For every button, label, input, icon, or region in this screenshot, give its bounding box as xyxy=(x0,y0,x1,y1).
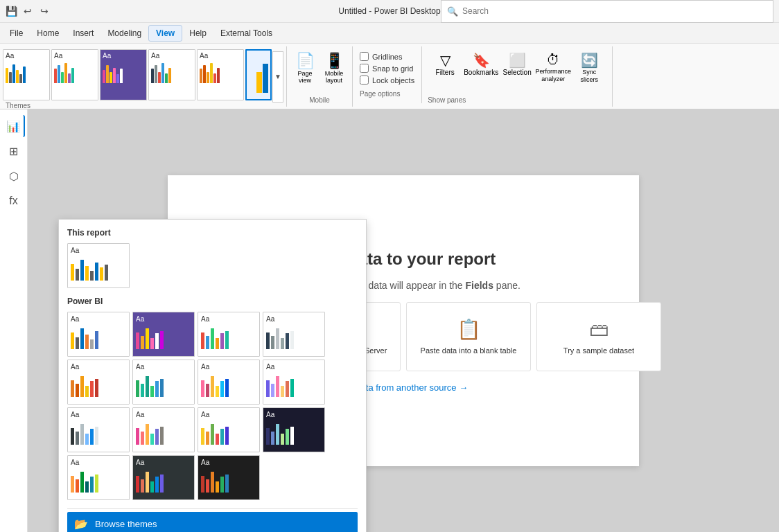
sample-icon: 🗃 xyxy=(589,318,609,341)
model-view-icon[interactable]: ⬡ xyxy=(3,165,25,187)
canvas-subtitle-bold: Fields xyxy=(465,280,493,291)
theme-dropdown: This report Aa Pow xyxy=(58,219,367,532)
sample-label: Try a sample dataset xyxy=(563,346,634,355)
theme-item-bars xyxy=(71,256,126,281)
swatch-bars-3 xyxy=(103,61,144,83)
snap-to-grid-checkbox[interactable] xyxy=(360,64,369,73)
browse-themes-action[interactable]: 📂 Browse themes xyxy=(67,512,358,532)
mobile-layout-btn[interactable]: 📱 Mobilelayout xyxy=(320,49,348,87)
page-options-label: Page options xyxy=(360,90,414,98)
swatch-label-5: Aa xyxy=(200,52,241,60)
title-bar: 💾 ↩ ↪ Untitled - Power BI Desktop 🔍 xyxy=(0,0,779,23)
theme-swatch-5[interactable]: Aa xyxy=(197,49,244,100)
mobile-label: Mobilelayout xyxy=(325,70,344,84)
swatch-bars-1 xyxy=(6,61,47,83)
gridlines-label: Gridlines xyxy=(372,53,402,61)
pbi-theme-2[interactable]: Aa xyxy=(132,312,195,357)
swatch-bars-4 xyxy=(151,61,193,83)
main-area: 📊 ⊞ ⬡ fx Add data to your report Once lo… xyxy=(0,109,779,532)
theme-swatch-3[interactable]: Aa xyxy=(100,49,147,100)
menu-help[interactable]: Help xyxy=(182,26,213,41)
pbi-theme-6[interactable]: Aa xyxy=(132,360,195,405)
blank-table-btn[interactable]: 📋 Paste data into a blank table xyxy=(406,302,531,371)
swatch-label-3: Aa xyxy=(103,52,144,60)
lock-objects-label: Lock objects xyxy=(372,76,414,85)
blank-table-label: Paste data into a blank table xyxy=(421,346,517,355)
save-icon[interactable]: 💾 xyxy=(6,6,17,17)
gridlines-row: Gridlines xyxy=(360,52,414,61)
title-bar-left: 💾 ↩ ↪ xyxy=(6,6,50,17)
gridlines-checkbox[interactable] xyxy=(360,52,369,61)
redo-icon[interactable]: ↪ xyxy=(39,6,50,17)
table-view-icon[interactable]: ⊞ xyxy=(3,140,25,162)
search-container: 🔍 xyxy=(441,0,773,23)
menu-file[interactable]: File xyxy=(3,26,30,41)
dropdown-divider-1 xyxy=(67,508,358,509)
page-view-icon: 📄 xyxy=(296,52,315,70)
left-sidebar: 📊 ⊞ ⬡ fx xyxy=(0,109,28,532)
theme-swatch-4[interactable]: Aa xyxy=(148,49,195,100)
themes-ribbon-section: Aa Aa xyxy=(0,46,287,107)
sample-dataset-btn[interactable]: 🗃 Try a sample dataset xyxy=(536,302,661,371)
swatch-label-4: Aa xyxy=(151,52,193,60)
window-title: Untitled - Power BI Desktop xyxy=(338,6,440,16)
search-input[interactable] xyxy=(462,6,767,16)
pbi-theme-8[interactable]: Aa xyxy=(263,360,325,405)
lock-objects-checkbox[interactable] xyxy=(360,76,369,85)
selection-btn[interactable]: ⬜ Selection xyxy=(500,49,534,87)
theme-chevron-btn[interactable]: ▼ xyxy=(272,51,283,103)
mobile-icon: 📱 xyxy=(325,52,344,70)
swatch-label-2: Aa xyxy=(54,52,96,60)
menu-modeling[interactable]: Modeling xyxy=(100,26,148,41)
snap-to-grid-row: Snap to grid xyxy=(360,64,414,73)
pbi-theme-10[interactable]: Aa xyxy=(132,407,195,452)
pbi-theme-14[interactable]: Aa xyxy=(132,455,195,500)
dax-icon[interactable]: fx xyxy=(3,190,25,212)
menu-home[interactable]: Home xyxy=(30,26,66,41)
undo-icon[interactable]: ↩ xyxy=(22,6,33,17)
power-bi-title: Power BI xyxy=(67,296,358,306)
theme-item-label: Aa xyxy=(71,247,126,254)
this-report-theme-1[interactable]: Aa xyxy=(67,243,130,288)
menu-insert[interactable]: Insert xyxy=(66,26,100,41)
snap-to-grid-label: Snap to grid xyxy=(372,64,413,73)
filters-icon: ▽ xyxy=(440,52,450,69)
pbi-theme-13[interactable]: Aa xyxy=(67,455,130,500)
page-view-group: 📄 Pageview 📱 Mobilelayout Mobile xyxy=(287,46,353,107)
sync-slicers-icon: 🔄 xyxy=(581,52,598,69)
pbi-theme-4[interactable]: Aa xyxy=(263,312,325,357)
pbi-theme-1[interactable]: Aa xyxy=(67,312,130,357)
this-report-title: This report xyxy=(67,228,358,238)
mobile-group-label: Mobile xyxy=(309,96,329,104)
filters-btn[interactable]: ▽ Filters xyxy=(428,49,462,87)
pbi-theme-5[interactable]: Aa xyxy=(67,360,130,405)
performance-label: Performanceanalyzer xyxy=(535,68,571,83)
page-view-btn[interactable]: 📄 Pageview xyxy=(291,49,319,87)
pbi-theme-15[interactable]: Aa xyxy=(198,455,260,500)
show-panes-group: ▽ Filters 🔖 Bookmarks ⬜ Selection ⏱ Perf… xyxy=(422,46,613,107)
sync-slicers-btn[interactable]: 🔄 Syncslicers xyxy=(572,49,606,87)
pbi-theme-12[interactable]: Aa xyxy=(263,407,325,452)
search-icon: 🔍 xyxy=(447,6,458,17)
bookmarks-label: Bookmarks xyxy=(464,69,498,76)
pbi-theme-7[interactable]: Aa xyxy=(198,360,260,405)
swatch-label-1: Aa xyxy=(6,52,47,60)
menu-view[interactable]: View xyxy=(148,25,182,42)
page-options-group: Gridlines Snap to grid Lock objects Page… xyxy=(353,46,422,103)
canvas-subtitle-end: pane. xyxy=(496,280,520,291)
theme-swatch-6[interactable] xyxy=(245,49,272,100)
pbi-theme-9[interactable]: Aa xyxy=(67,407,130,452)
theme-swatch-1[interactable]: Aa xyxy=(3,49,50,100)
this-report-themes: Aa xyxy=(67,243,358,288)
bookmarks-btn[interactable]: 🔖 Bookmarks xyxy=(464,49,498,87)
sync-slicers-label: Syncslicers xyxy=(580,69,598,84)
theme-swatch-2[interactable]: Aa xyxy=(51,49,98,100)
pbi-theme-3[interactable]: Aa xyxy=(198,312,260,357)
menu-external-tools[interactable]: External Tools xyxy=(213,26,279,41)
ribbon: Aa Aa xyxy=(0,44,779,109)
pbi-theme-11[interactable]: Aa xyxy=(198,407,260,452)
show-panes-label: Show panes xyxy=(428,96,606,104)
performance-btn[interactable]: ⏱ Performanceanalyzer xyxy=(536,49,570,87)
browse-themes-icon: 📂 xyxy=(74,517,88,531)
report-view-icon[interactable]: 📊 xyxy=(3,115,25,137)
